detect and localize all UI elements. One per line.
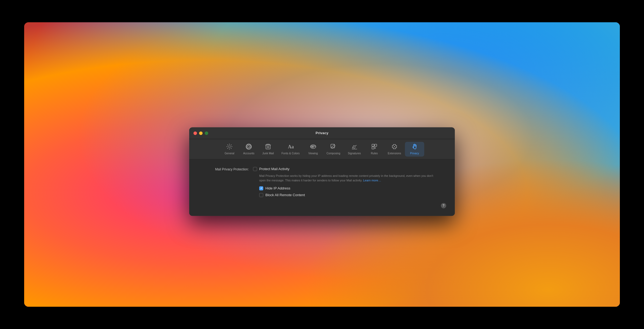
signatures-label: Signatures xyxy=(348,152,361,155)
svg-point-11 xyxy=(394,146,395,147)
at-icon xyxy=(246,143,252,151)
hide-ip-row: Hide IP Address xyxy=(259,186,446,190)
accounts-label: Accounts xyxy=(243,152,254,155)
toolbar-item-general[interactable]: General xyxy=(220,142,239,156)
general-label: General xyxy=(225,152,234,155)
toolbar-item-rules[interactable]: Rules xyxy=(365,142,384,156)
mail-privacy-label: Mail Privacy Protection: xyxy=(198,167,249,171)
svg-point-0 xyxy=(246,144,251,149)
window-title: Privacy xyxy=(316,131,328,135)
toolbar-item-accounts[interactable]: Accounts xyxy=(239,142,258,156)
titlebar: Privacy xyxy=(189,127,455,139)
desktop: Privacy General xyxy=(24,22,620,307)
composing-label: Composing xyxy=(327,152,340,155)
svg-point-1 xyxy=(248,145,250,148)
svg-text:Aa: Aa xyxy=(288,144,294,149)
compose-icon xyxy=(330,143,336,151)
rules-icon xyxy=(371,143,378,151)
fonts-colors-label: Fonts & Colors xyxy=(281,152,300,155)
preferences-window: Privacy General xyxy=(189,127,455,216)
toolbar-item-extensions[interactable]: Extensions xyxy=(384,142,405,156)
traffic-lights xyxy=(193,131,208,135)
protect-mail-checkbox[interactable] xyxy=(253,167,257,171)
toolbar-item-signatures[interactable]: Signatures xyxy=(344,142,365,156)
svg-rect-8 xyxy=(372,144,374,146)
toolbar-item-viewing[interactable]: Viewing xyxy=(303,142,323,156)
signature-icon xyxy=(351,143,358,151)
svg-rect-9 xyxy=(375,144,377,146)
toolbar-item-composing[interactable]: Composing xyxy=(323,142,344,156)
rules-label: Rules xyxy=(371,152,378,155)
setting-content: Protect Mail Activity Mail Privacy Prote… xyxy=(253,167,446,208)
font-icon: Aa xyxy=(287,143,294,151)
block-remote-row: Block All Remote Content xyxy=(259,193,446,197)
gear-icon xyxy=(226,143,233,151)
hand-icon xyxy=(411,143,418,151)
toolbar-item-privacy[interactable]: Privacy xyxy=(405,142,424,156)
toolbar: General Accounts xyxy=(189,139,455,159)
privacy-description: Mail Privacy Protection works by hiding … xyxy=(253,174,436,182)
trash-icon xyxy=(265,143,271,151)
block-remote-checkbox[interactable] xyxy=(259,193,263,197)
hide-ip-checkbox[interactable] xyxy=(259,186,263,190)
hide-ip-label: Hide IP Address xyxy=(265,186,290,190)
extensions-icon xyxy=(391,143,398,151)
viewing-label: Viewing xyxy=(308,152,318,155)
toolbar-item-fonts-colors[interactable]: Aa Fonts & Colors xyxy=(278,142,303,156)
svg-rect-10 xyxy=(372,147,374,149)
minimize-button[interactable] xyxy=(199,131,203,135)
protect-mail-label: Protect Mail Activity xyxy=(259,167,290,171)
junk-mail-label: Junk Mail xyxy=(262,152,274,155)
learn-more-link[interactable]: Learn more… xyxy=(363,179,381,182)
bottom-bar: ? xyxy=(253,200,446,208)
protect-mail-row: Protect Mail Activity xyxy=(253,167,446,171)
viewing-icon xyxy=(310,143,316,151)
toolbar-item-junk-mail[interactable]: Junk Mail xyxy=(258,142,278,156)
content-area: Mail Privacy Protection: Protect Mail Ac… xyxy=(189,159,455,216)
privacy-label: Privacy xyxy=(410,152,419,155)
help-button[interactable]: ? xyxy=(441,203,446,208)
block-remote-label: Block All Remote Content xyxy=(265,193,305,197)
close-button[interactable] xyxy=(193,131,197,135)
extensions-label: Extensions xyxy=(388,152,401,155)
maximize-button[interactable] xyxy=(205,131,208,135)
mail-privacy-row: Mail Privacy Protection: Protect Mail Ac… xyxy=(198,167,446,208)
options-area: Hide IP Address Block All Remote Content xyxy=(253,186,446,197)
